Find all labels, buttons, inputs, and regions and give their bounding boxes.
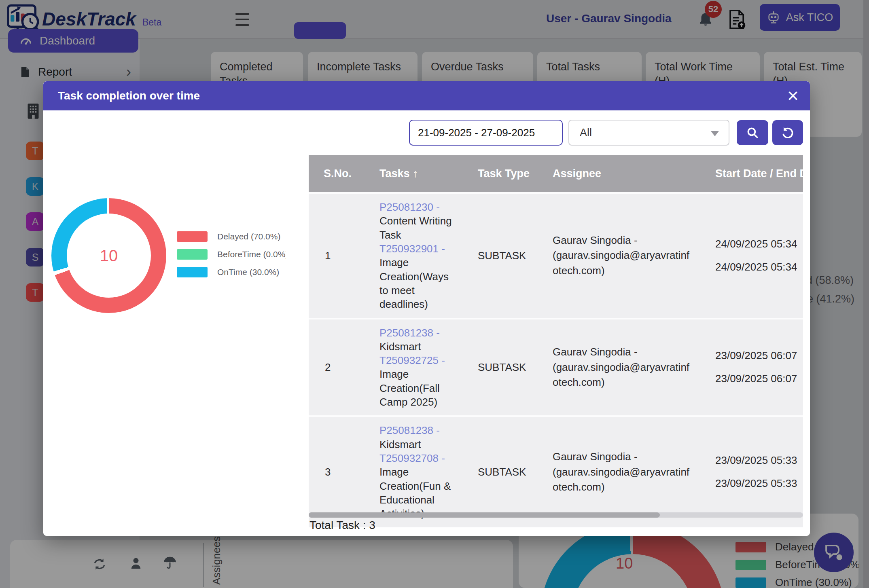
close-icon[interactable]: ×	[787, 88, 799, 104]
task-name: Image Creation(Fall Camp 2025)	[379, 368, 440, 408]
project-link[interactable]: P25081238 -	[379, 424, 440, 436]
start-date: 23/09/2025 05:33	[715, 454, 803, 467]
table-row: 1 P25081230 - Content Writing Task T2509…	[309, 193, 803, 319]
end-date: 23/09/2025 06:07	[715, 372, 803, 385]
start-date: 24/09/2025 05:34	[715, 238, 803, 250]
task-completion-donut-chart: 10	[51, 198, 166, 313]
task-link[interactable]: T250932725 -	[379, 354, 445, 366]
cell-tasks: P25081238 - Kidsmart T250932708 - Image …	[364, 416, 459, 527]
cell-assignee: Gaurav Singodia - (gaurav.singodia@aryav…	[538, 319, 708, 417]
modal-header: Task completion over time ×	[43, 81, 810, 110]
table-row: 2 P25081238 - Kidsmart T250932725 - Imag…	[309, 319, 803, 417]
table-row: 3 P25081238 - Kidsmart T250932708 - Imag…	[309, 416, 803, 527]
task-filter-value: All	[580, 127, 592, 139]
task-completion-modal: Task completion over time × All 10	[43, 81, 810, 536]
cell-task-type: SUBTASK	[459, 416, 538, 527]
cell-tasks: P25081238 - Kidsmart T250932725 - Image …	[364, 319, 459, 417]
legend-swatch-beforetime	[177, 249, 208, 260]
cell-task-type: SUBTASK	[459, 193, 538, 319]
chevron-down-icon	[711, 131, 719, 136]
legend-item-beforetime: BeforeTime (0.0%)	[177, 249, 286, 260]
task-name: Image Creation(Ways to meet deadlines)	[379, 256, 449, 310]
col-header-task-type: Task Type	[459, 155, 538, 193]
total-task-count: Total Task : 3	[309, 519, 375, 532]
legend-item-delayed: Delayed (70.0%)	[177, 231, 286, 242]
modal-title: Task completion over time	[58, 89, 200, 102]
cell-dates: 24/09/2025 05:34 24/09/2025 05:34	[708, 193, 803, 319]
screen: DeskTrack Beta User - Gaurav Singodia 52	[0, 0, 869, 588]
cell-dates: 23/09/2025 06:07 23/09/2025 06:07	[708, 319, 803, 417]
tasks-table: S.No. Tasks ↑ Task Type Assignee Start D…	[309, 155, 803, 527]
legend-item-ontime: OnTime (30.0%)	[177, 267, 286, 277]
task-link[interactable]: T250932901 -	[379, 243, 445, 255]
col-header-assignee: Assignee	[538, 155, 708, 193]
cell-assignee: Gaurav Singodia - (gaurav.singodia@aryav…	[538, 193, 708, 319]
cell-sno: 3	[309, 416, 364, 527]
sort-ascending-icon: ↑	[413, 167, 418, 180]
cell-assignee: Gaurav Singodia - (gaurav.singodia@aryav…	[538, 416, 708, 527]
cell-sno: 1	[309, 193, 364, 319]
cell-dates: 23/09/2025 05:33 23/09/2025 05:33	[708, 416, 803, 527]
project-name: Kidsmart	[379, 341, 421, 353]
task-link[interactable]: T250932708 -	[379, 452, 445, 464]
cell-sno: 2	[309, 319, 364, 417]
date-range-input[interactable]	[409, 120, 563, 146]
project-link[interactable]: P25081238 -	[379, 327, 440, 339]
scrollbar-thumb[interactable]	[309, 512, 660, 518]
start-date: 23/09/2025 06:07	[715, 349, 803, 362]
refresh-icon	[781, 126, 795, 140]
search-icon	[746, 126, 759, 140]
task-filter-select[interactable]: All	[568, 120, 729, 146]
donut-legend: Delayed (70.0%) BeforeTime (0.0%) OnTime…	[177, 231, 286, 285]
table-horizontal-scrollbar	[309, 512, 803, 518]
col-header-tasks[interactable]: Tasks ↑	[364, 155, 459, 193]
legend-swatch-ontime	[177, 267, 208, 277]
cell-tasks: P25081230 - Content Writing Task T250932…	[364, 193, 459, 319]
project-name: Content Writing Task	[379, 215, 452, 241]
search-button[interactable]	[737, 120, 768, 145]
project-link[interactable]: P25081230 -	[379, 201, 440, 213]
cell-task-type: SUBTASK	[459, 319, 538, 417]
project-name: Kidsmart	[379, 438, 421, 451]
table-header-row: S.No. Tasks ↑ Task Type Assignee Start D…	[309, 155, 803, 193]
end-date: 23/09/2025 05:33	[715, 477, 803, 490]
legend-swatch-delayed	[177, 231, 208, 242]
donut-total-tasks: 10	[67, 214, 151, 298]
end-date: 24/09/2025 05:34	[715, 261, 803, 273]
task-name: Image Creation(Fun & Educational Activit…	[379, 466, 451, 520]
col-header-sno: S.No.	[309, 155, 364, 193]
col-header-start-end-date: Start Date / End Date	[708, 155, 803, 193]
reset-button[interactable]	[772, 120, 803, 145]
